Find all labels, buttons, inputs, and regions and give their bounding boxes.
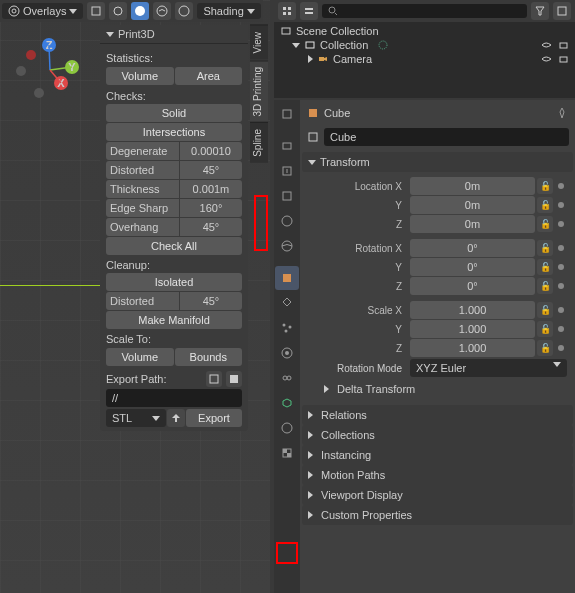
visibility-icon[interactable]: [541, 54, 552, 65]
visibility-icon[interactable]: [541, 40, 552, 51]
lock-icon[interactable]: 🔓: [537, 302, 553, 318]
shading-material[interactable]: [153, 2, 171, 20]
expand-icon[interactable]: [292, 43, 300, 48]
viewportdisplay-header[interactable]: Viewport Display: [302, 485, 573, 505]
ptab-data[interactable]: [275, 391, 299, 415]
volume-button[interactable]: Volume: [106, 67, 174, 85]
ptab-constraint[interactable]: [275, 366, 299, 390]
lock-icon[interactable]: 🔓: [537, 259, 553, 275]
checkall-button[interactable]: Check All: [106, 237, 242, 255]
keyframe-dot[interactable]: [558, 326, 564, 332]
thickness-button[interactable]: Thickness: [106, 180, 179, 198]
overhang-button[interactable]: Overhang: [106, 218, 179, 236]
lock-icon[interactable]: 🔓: [537, 321, 553, 337]
relations-header[interactable]: Relations: [302, 405, 573, 425]
thickness-value[interactable]: 0.001m: [180, 180, 242, 198]
overhang-value[interactable]: 45°: [180, 218, 242, 236]
lock-icon[interactable]: 🔓: [537, 197, 553, 213]
render-icon[interactable]: [558, 40, 569, 51]
tab-spline[interactable]: Spline: [250, 122, 268, 163]
degenerate-button[interactable]: Degenerate: [106, 142, 179, 160]
ptab-tool[interactable]: [275, 102, 299, 126]
ptab-texture[interactable]: [275, 441, 299, 465]
export-format-select[interactable]: STL: [106, 409, 166, 427]
panel-header[interactable]: Print3D: [100, 25, 248, 44]
outliner-search[interactable]: [322, 4, 527, 18]
ptab-output[interactable]: [275, 159, 299, 183]
ptab-scene[interactable]: [275, 209, 299, 233]
export-path-input[interactable]: //: [106, 389, 242, 407]
edgesharp-button[interactable]: Edge Sharp: [106, 199, 179, 217]
ptab-viewlayer[interactable]: [275, 184, 299, 208]
keyframe-dot[interactable]: [558, 202, 564, 208]
texture-icon[interactable]: [226, 371, 242, 387]
makemanifold-button[interactable]: Make Manifold: [106, 311, 242, 329]
keyframe-dot[interactable]: [558, 221, 564, 227]
keyframe-dot[interactable]: [558, 345, 564, 351]
rotmode-select[interactable]: XYZ Euler: [410, 359, 567, 377]
lock-icon[interactable]: 🔓: [537, 178, 553, 194]
rotation-y-value[interactable]: 0°: [410, 258, 535, 276]
edgesharp-value[interactable]: 160°: [180, 199, 242, 217]
toggle-2[interactable]: [109, 2, 127, 20]
scale-z-value[interactable]: 1.000: [410, 339, 535, 357]
shading-rendered[interactable]: [175, 2, 193, 20]
keyframe-dot[interactable]: [558, 283, 564, 289]
lock-icon[interactable]: 🔓: [537, 240, 553, 256]
cleanup-distorted-value[interactable]: 45°: [180, 292, 242, 310]
scale-x-value[interactable]: 1.000: [410, 301, 535, 319]
area-button[interactable]: Area: [175, 67, 243, 85]
keyframe-dot[interactable]: [558, 264, 564, 270]
rotation-x-value[interactable]: 0°: [410, 239, 535, 257]
ptab-material[interactable]: [275, 416, 299, 440]
cleanup-distorted-button[interactable]: Distorted: [106, 292, 179, 310]
tab-3dprinting[interactable]: 3D Printing: [250, 60, 268, 122]
distorted-button[interactable]: Distorted: [106, 161, 179, 179]
scale-bounds-button[interactable]: Bounds: [175, 348, 243, 366]
lock-icon[interactable]: 🔓: [537, 278, 553, 294]
expand-icon[interactable]: [308, 55, 313, 63]
location-z-value[interactable]: 0m: [410, 215, 535, 233]
instancing-header[interactable]: Instancing: [302, 445, 573, 465]
collection-row[interactable]: Collection: [278, 38, 571, 52]
tab-view[interactable]: View: [250, 25, 268, 60]
overlays-dropdown[interactable]: Overlays: [2, 3, 83, 19]
isolated-button[interactable]: Isolated: [106, 273, 242, 291]
solid-button[interactable]: Solid: [106, 104, 242, 122]
export-up-icon[interactable]: [167, 409, 185, 427]
delta-transform-header[interactable]: Delta Transform: [308, 379, 567, 399]
location-y-value[interactable]: 0m: [410, 196, 535, 214]
lock-icon[interactable]: 🔓: [537, 216, 553, 232]
motionpaths-header[interactable]: Motion Paths: [302, 465, 573, 485]
display-mode-icon[interactable]: [300, 2, 318, 20]
ptab-physics[interactable]: [275, 341, 299, 365]
editor-type-icon[interactable]: [278, 2, 296, 20]
distorted-value[interactable]: 45°: [180, 161, 242, 179]
lock-icon[interactable]: 🔓: [537, 340, 553, 356]
ptab-particle[interactable]: [275, 316, 299, 340]
pin-icon[interactable]: [555, 106, 569, 120]
keyframe-dot[interactable]: [558, 183, 564, 189]
ptab-render[interactable]: [275, 134, 299, 158]
rotation-z-value[interactable]: 0°: [410, 277, 535, 295]
location-x-value[interactable]: 0m: [410, 177, 535, 195]
apply-transforms-icon[interactable]: [206, 371, 222, 387]
render-icon[interactable]: [558, 54, 569, 65]
transform-header[interactable]: Transform: [302, 152, 573, 172]
collections-header[interactable]: Collections: [302, 425, 573, 445]
ptab-modifier[interactable]: [275, 291, 299, 315]
shading-dropdown[interactable]: Shading: [197, 3, 260, 19]
ptab-world[interactable]: [275, 234, 299, 258]
intersections-button[interactable]: Intersections: [106, 123, 242, 141]
filter-icon[interactable]: [531, 2, 549, 20]
keyframe-dot[interactable]: [558, 307, 564, 313]
customprops-header[interactable]: Custom Properties: [302, 505, 573, 525]
nav-gizmo[interactable]: Z Y X: [10, 30, 90, 110]
degenerate-value[interactable]: 0.00010: [180, 142, 242, 160]
shading-solid[interactable]: [131, 2, 149, 20]
ptab-object[interactable]: [275, 266, 299, 290]
object-name-input[interactable]: Cube: [324, 128, 569, 146]
scale-y-value[interactable]: 1.000: [410, 320, 535, 338]
camera-row[interactable]: Camera: [278, 52, 571, 66]
new-collection-icon[interactable]: [553, 2, 571, 20]
